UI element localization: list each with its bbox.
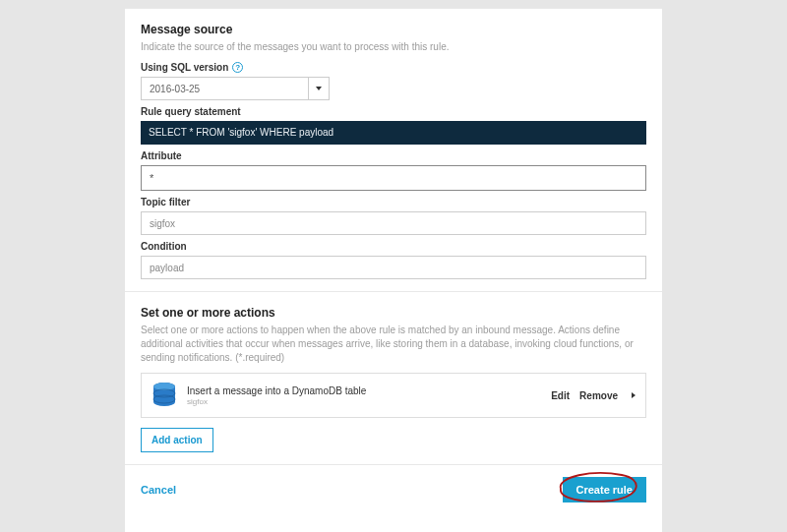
dynamodb-icon: [151, 382, 177, 409]
add-action-button[interactable]: Add action: [141, 428, 213, 452]
rule-query-label: Rule query statement: [141, 106, 646, 117]
actions-section: Set one or more actions Select one or mo…: [125, 292, 662, 465]
info-icon[interactable]: ?: [232, 62, 243, 73]
remove-link[interactable]: Remove: [579, 390, 618, 401]
rule-query-code-text: SELECT * FROM 'sigfox' WHERE payload: [149, 127, 333, 138]
edit-link[interactable]: Edit: [551, 390, 570, 401]
topic-filter-label: Topic filter: [141, 197, 646, 207]
actions-title: Set one or more actions: [141, 306, 646, 320]
action-title: Insert a message into a DynamoDB table: [187, 384, 541, 397]
condition-input[interactable]: [141, 256, 646, 279]
sql-version-label: Using SQL version ?: [141, 62, 646, 73]
cancel-button[interactable]: Cancel: [141, 484, 176, 496]
action-item: Insert a message into a DynamoDB table s…: [141, 373, 646, 418]
create-rule-button[interactable]: Create rule: [563, 477, 646, 502]
action-controls: Edit Remove: [551, 390, 636, 401]
message-source-section: Message source Indicate the source of th…: [125, 8, 662, 292]
action-subtitle: sigfox: [187, 397, 541, 406]
main-panel: Message source Indicate the source of th…: [125, 8, 662, 532]
message-source-desc: Indicate the source of the messages you …: [141, 40, 646, 54]
footer: Cancel Create rule: [125, 465, 662, 514]
rule-query-code[interactable]: SELECT * FROM 'sigfox' WHERE payload: [141, 121, 646, 145]
attribute-input[interactable]: [141, 165, 646, 191]
action-text: Insert a message into a DynamoDB table s…: [187, 384, 541, 406]
sql-version-dropdown-button[interactable]: [308, 77, 330, 100]
create-rule-wrap: Create rule: [563, 477, 646, 502]
condition-label: Condition: [141, 241, 646, 252]
chevron-right-icon: [632, 392, 636, 398]
sql-version-label-text: Using SQL version: [141, 62, 228, 73]
attribute-label: Attribute: [141, 150, 646, 161]
chevron-down-icon: [316, 87, 322, 90]
actions-desc: Select one or more actions to happen whe…: [141, 324, 646, 365]
topic-filter-input[interactable]: [141, 211, 646, 235]
message-source-title: Message source: [141, 23, 646, 36]
sql-version-select: [141, 77, 646, 100]
sql-version-input[interactable]: [141, 77, 308, 100]
